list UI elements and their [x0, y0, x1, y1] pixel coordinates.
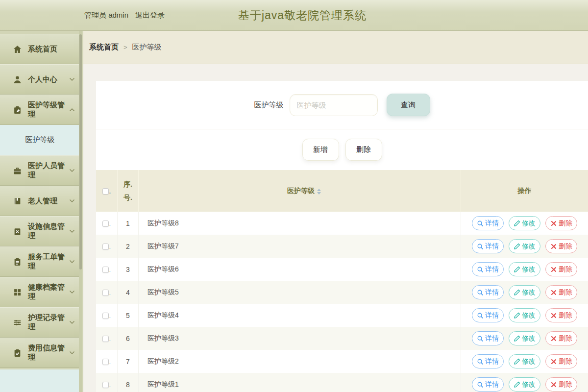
checkbox-dot: .: [109, 313, 111, 319]
table-row: . 1 医护等级8 详情 修改 删除: [96, 212, 588, 235]
sidebar-item-9[interactable]: 护理记录管理: [0, 307, 80, 338]
checkbox-dot: .: [109, 290, 111, 296]
magnifier-icon: [477, 358, 484, 365]
pencil-icon: [514, 381, 520, 388]
edit-button[interactable]: 修改: [509, 354, 540, 368]
edit-button[interactable]: 修改: [509, 331, 540, 345]
clipboard-list-icon: [13, 258, 22, 266]
detail-button[interactable]: 详情: [472, 285, 504, 299]
detail-button[interactable]: 详情: [472, 216, 504, 230]
row-name: 医护等级4: [139, 304, 461, 327]
pencil-icon: [514, 335, 520, 342]
chevron-down-icon: [69, 199, 75, 203]
detail-button[interactable]: 详情: [472, 239, 504, 253]
sidebar-scrollbar-thumb[interactable]: [79, 34, 82, 270]
sidebar-bottom-area: [0, 369, 80, 392]
breadcrumb-current: 医护等级: [132, 43, 162, 52]
row-name: 医护等级5: [139, 281, 461, 304]
main-content: 医护等级 查询 新增 删除 . 序.号. 医护等级 操作: [83, 64, 588, 392]
table-row: . 4 医护等级5 详情 修改 删除: [96, 281, 588, 304]
admin-area: 管理员 admin 退出登录: [84, 0, 165, 31]
x-icon: [550, 312, 557, 319]
x-icon: [550, 381, 557, 388]
row-name: 医护等级1: [139, 373, 461, 392]
x-icon: [550, 266, 557, 273]
row-delete-button[interactable]: 删除: [545, 285, 577, 299]
edit-button[interactable]: 修改: [509, 239, 540, 253]
sidebar-item-2[interactable]: 个人中心: [0, 64, 80, 95]
row-checkbox[interactable]: [102, 359, 109, 365]
detail-button[interactable]: 详情: [472, 354, 504, 368]
edit-button[interactable]: 修改: [509, 377, 540, 392]
chevron-down-icon: [69, 260, 75, 264]
row-delete-button[interactable]: 删除: [545, 262, 577, 276]
app-header: 基于java敬老院管理系统 管理员 admin 退出登录: [0, 0, 588, 31]
sidebar-item-7[interactable]: 服务工单管理: [0, 246, 80, 277]
row-name: 医护等级7: [139, 235, 461, 258]
edit-button[interactable]: 修改: [509, 262, 540, 276]
sidebar-scrollbar[interactable]: [79, 31, 82, 392]
sort-icon[interactable]: [317, 189, 321, 195]
breadcrumb-home[interactable]: 系统首页: [89, 43, 119, 52]
row-checkbox[interactable]: [102, 220, 109, 227]
clipboard-check-icon: [13, 349, 22, 357]
sidebar-item-3[interactable]: 医护等级管理: [0, 95, 80, 125]
row-delete-button[interactable]: 删除: [545, 216, 577, 230]
row-index: 1: [118, 212, 139, 235]
sidebar-item-6[interactable]: 设施信息管理: [0, 216, 80, 246]
grid-icon: [13, 288, 22, 296]
checkbox-dot: .: [109, 336, 111, 343]
edit-button[interactable]: 修改: [509, 285, 540, 299]
data-table: . 序.号. 医护等级 操作 . 1 医护等级8 详情 修改: [96, 170, 588, 392]
checkbox-dot: .: [109, 188, 111, 195]
x-icon: [550, 243, 557, 250]
sidebar-item-8[interactable]: 健康档案管理: [0, 277, 80, 307]
add-button[interactable]: 新增: [302, 139, 339, 161]
column-header-name: 医护等级: [287, 187, 315, 195]
sliders-icon: [13, 318, 22, 327]
row-delete-button[interactable]: 删除: [545, 239, 577, 253]
detail-button[interactable]: 详情: [472, 331, 504, 345]
detail-button[interactable]: 详情: [472, 377, 504, 392]
logout-link[interactable]: 退出登录: [135, 11, 165, 20]
query-button[interactable]: 查询: [387, 94, 430, 116]
chevron-down-icon: [69, 351, 75, 355]
row-index: 4: [118, 281, 139, 304]
row-index: 6: [118, 327, 139, 350]
row-checkbox[interactable]: [102, 336, 109, 342]
clipboard-edit-icon: [13, 106, 22, 114]
sidebar-item-5[interactable]: 老人管理: [0, 186, 80, 216]
row-delete-button[interactable]: 删除: [545, 377, 577, 392]
row-checkbox[interactable]: [102, 267, 109, 273]
row-delete-button[interactable]: 删除: [545, 354, 577, 368]
row-checkbox[interactable]: [102, 382, 109, 388]
search-input[interactable]: [290, 94, 378, 116]
sidebar-item-10[interactable]: 费用信息管理: [0, 338, 80, 368]
edit-button[interactable]: 修改: [509, 308, 540, 322]
row-delete-button[interactable]: 删除: [545, 308, 577, 322]
sidebar-item-4[interactable]: 医护人员管理: [0, 155, 80, 186]
row-checkbox[interactable]: [102, 244, 109, 250]
row-delete-button[interactable]: 删除: [545, 331, 577, 345]
table-row: . 2 医护等级7 详情 修改 删除: [96, 235, 588, 258]
table-row: . 3 医护等级6 详情 修改 删除: [96, 258, 588, 281]
sidebar-item-1[interactable]: 系统首页: [0, 34, 80, 64]
row-index: 8: [118, 373, 139, 392]
x-icon: [550, 358, 557, 365]
book-icon: [13, 197, 22, 205]
home-icon: [13, 45, 22, 53]
detail-button[interactable]: 详情: [472, 262, 504, 276]
row-checkbox[interactable]: [102, 290, 109, 296]
checkbox-dot: .: [109, 359, 111, 366]
row-index: 2: [118, 235, 139, 258]
edit-button[interactable]: 修改: [509, 216, 540, 230]
row-name: 医护等级6: [139, 258, 461, 281]
delete-button[interactable]: 删除: [345, 139, 382, 161]
detail-button[interactable]: 详情: [472, 308, 504, 322]
select-all-checkbox[interactable]: [102, 188, 109, 195]
sidebar-submenu-item[interactable]: 医护等级: [0, 125, 80, 155]
chevron-down-icon: [69, 290, 75, 294]
pencil-icon: [514, 243, 520, 250]
pencil-icon: [514, 220, 520, 227]
row-checkbox[interactable]: [102, 313, 109, 319]
